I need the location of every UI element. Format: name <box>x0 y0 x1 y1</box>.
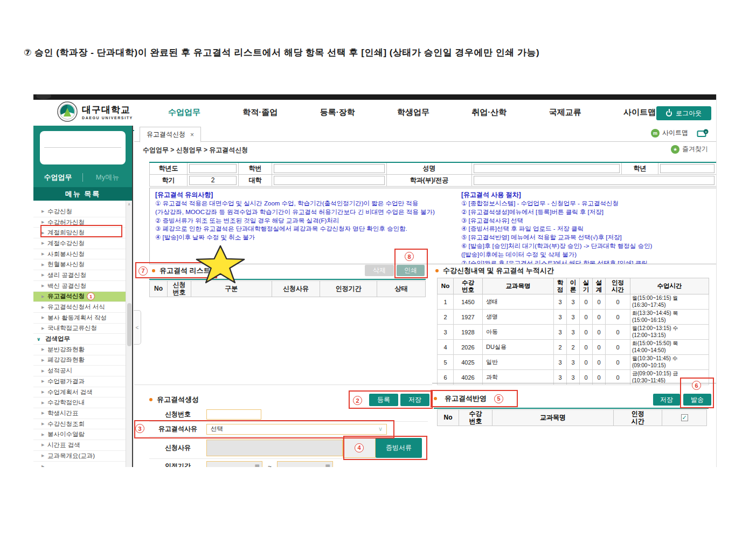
browser-top-bar <box>33 94 717 100</box>
grade-input[interactable] <box>660 164 715 173</box>
grade-label: 학년 <box>622 162 658 174</box>
tilde-separator: ~ <box>268 463 272 468</box>
nav-student-affairs[interactable]: 학생업무 <box>397 107 429 118</box>
absence-reason-select[interactable]: 선택 ∨ <box>206 424 387 435</box>
close-all-tabs-icon[interactable]: × <box>697 129 709 138</box>
tab-close-icon[interactable]: × <box>190 131 194 139</box>
college-input[interactable] <box>274 176 385 185</box>
sidebar-tabs: 수업업무 My메뉴 <box>33 170 132 185</box>
student-id-input[interactable] <box>274 164 385 173</box>
logout-button[interactable]: 로그아웃 <box>656 106 711 120</box>
sidebar-item[interactable]: ▶수강신청조회 <box>33 419 126 430</box>
scroll-up-icon[interactable]: ∧ <box>126 201 132 207</box>
application-detail-textarea[interactable] <box>206 440 343 456</box>
nav-international[interactable]: 국제교류 <box>549 107 581 118</box>
enrollment-header: 수강신청내역 및 유고결석 누적시간 <box>435 266 554 276</box>
sidebar-item[interactable]: ▶수강학점안내 <box>33 397 126 408</box>
notice-procedure-title: [유고결석 사용 절차] <box>461 191 521 198</box>
table-row: 42026DU실용22000화(15:00~15:50) 목(14:00~14:… <box>438 340 709 355</box>
section-divider <box>434 408 709 409</box>
sidebar-item[interactable]: ▶유고결석신청서 서식 <box>33 302 126 313</box>
university-name: 대구대학교 <box>82 104 133 116</box>
nav-sitemap[interactable]: 사이트맵 <box>623 107 656 118</box>
apply-save-button[interactable]: 저장 <box>653 394 680 406</box>
sidebar-item-clipped[interactable]: ▶ <box>33 462 126 468</box>
name-label: 성명 <box>387 162 472 174</box>
annotation-badge-5: 5 <box>494 394 503 403</box>
absence-apply-title: 유고결석반영 <box>445 394 487 403</box>
sidebar-item[interactable]: ▶시간표 검색 <box>33 440 126 451</box>
sidebar-item[interactable]: ▶수업평가결과 <box>33 376 126 387</box>
year-input[interactable] <box>189 164 237 173</box>
section-divider <box>149 279 426 280</box>
university-name-en: DAEGU UNIVERSITY <box>82 116 133 120</box>
sidebar-tab-class-work[interactable]: 수업업무 <box>33 173 82 182</box>
enrollment-title: 수강신청내역 및 유고결석 누적시간 <box>443 266 554 276</box>
section-bullet-icon <box>149 398 152 401</box>
application-no-input[interactable] <box>206 409 261 420</box>
app-window: 대구대학교 DAEGU UNIVERSITY 수업업무 학적·졸업 등록·장학 … <box>33 94 717 467</box>
sidebar-item[interactable]: ▶백신 공결신청 <box>33 281 126 292</box>
browser-artifact <box>36 94 51 99</box>
scrollbar-thumb[interactable] <box>127 303 131 346</box>
nav-career-industry[interactable]: 취업·산학 <box>471 107 507 118</box>
sidebar-category-search[interactable]: ∨검색업무 <box>33 334 126 345</box>
absence-list-table: No 신청 번호 구분 신청사유 인정기간 상태 <box>149 280 426 297</box>
tab-absence-application[interactable]: 유고결석신청 × <box>140 127 201 142</box>
nav-registration-scholarship[interactable]: 등록·장학 <box>320 107 355 118</box>
chevron-down-icon: ∨ <box>378 426 383 433</box>
calendar-icon[interactable]: ▦ <box>255 463 260 467</box>
name-input[interactable] <box>474 164 620 173</box>
college-label: 대학 <box>239 174 272 186</box>
logout-label: 로그아웃 <box>676 109 702 118</box>
sidebar-item[interactable]: ▶학생시간표 <box>33 408 126 419</box>
attach-badge-cell: 4 <box>343 438 376 458</box>
calendar-icon[interactable]: ▦ <box>325 463 330 467</box>
annotation-badge-6: 6 <box>692 381 701 390</box>
table-row: 54025일반33000월(10:30~11:45) 수(09:00~10:15… <box>438 355 709 370</box>
sidebar-item[interactable]: ▶국내학점교류신청 <box>33 324 126 334</box>
sidebar-item[interactable]: ▶생리 공결신청 <box>33 270 126 281</box>
sidebar-item[interactable]: ▶교과목개요(교과) <box>33 451 126 462</box>
nav-records-graduation[interactable]: 학적·졸업 <box>242 107 278 118</box>
nav-class-work[interactable]: 수업업무 <box>168 107 200 118</box>
sitemap-link[interactable]: m 사이트맵 <box>651 128 688 138</box>
table-row: 21927생명33000화(13:30~14:45) 목(15:00~16:15… <box>438 310 709 325</box>
sidebar-item[interactable]: ▶수강허가신청 <box>33 217 126 228</box>
sidebar-item[interactable]: ▶분반강좌현황 <box>33 345 126 355</box>
period-start-input[interactable]: ▦ <box>206 461 262 467</box>
sidebar-item-absence-application[interactable]: ▶유고결석신청 1 <box>33 292 126 303</box>
register-button[interactable]: 등록 <box>369 394 398 406</box>
sitemap-icon: m <box>651 129 660 138</box>
annotation-badge-4: 4 <box>355 443 364 452</box>
period-label: 인정기간 <box>149 462 206 467</box>
select-all-checkbox[interactable]: ✓ <box>681 414 688 421</box>
sidebar-item[interactable]: ▶봉사 활동계획서 작성 <box>33 313 126 324</box>
sidebar-scrollbar[interactable]: ∧ <box>126 201 132 467</box>
sidebar-item[interactable]: ▶성적공시 <box>33 366 126 376</box>
save-button[interactable]: 저장 <box>400 394 429 406</box>
sidebar-collapse-handle[interactable]: < <box>134 310 141 345</box>
term-input[interactable] <box>189 176 237 185</box>
sidebar-item[interactable]: ▶사회봉사신청 <box>33 249 126 260</box>
notice-procedure: [유고결석 사용 절차]① [종합정보시스템] - 수업업무 - 신청업무 - … <box>456 188 716 264</box>
sidebar-tab-my-menu[interactable]: My메뉴 <box>83 173 132 182</box>
sidebar-item[interactable]: ▶계절수강신청 <box>33 238 126 249</box>
attachment-button[interactable]: 증빙서류 <box>376 438 422 458</box>
sidebar-item[interactable]: ▶계절희망신청 <box>33 228 126 238</box>
send-button[interactable]: 발송 <box>683 394 711 406</box>
menu-list-header: 메뉴 목록 <box>33 187 132 201</box>
sidebar-item[interactable]: ▶수강신청 <box>33 207 126 217</box>
right-section-divider <box>432 383 717 383</box>
sidebar-menu: ▶수강신청 ▶수강허가신청 ▶계절희망신청 ▶계절수강신청 ▶사회봉사신청 ▶헌… <box>33 201 126 467</box>
sidebar-item[interactable]: ▶폐강강좌현황 <box>33 355 126 366</box>
department-input[interactable] <box>474 176 715 185</box>
delete-button[interactable]: 삭제 <box>365 265 394 276</box>
sidebar-item[interactable]: ▶수업계획서 검색 <box>33 387 126 398</box>
sidebar-item[interactable]: ▶헌혈봉사신청 <box>33 259 126 270</box>
sidebar-item[interactable]: ▶봉사이수열람 <box>33 429 126 440</box>
print-button[interactable]: 인쇄 <box>397 265 425 276</box>
page-instruction: ⑦ 승인 (학과장 - 단과대학)이 완료된 후 유고결석 리스트에서 해당 항… <box>24 46 539 59</box>
favorite-button[interactable]: ★ 즐겨찾기 <box>671 145 708 154</box>
period-end-input[interactable]: ▦ <box>277 461 333 467</box>
